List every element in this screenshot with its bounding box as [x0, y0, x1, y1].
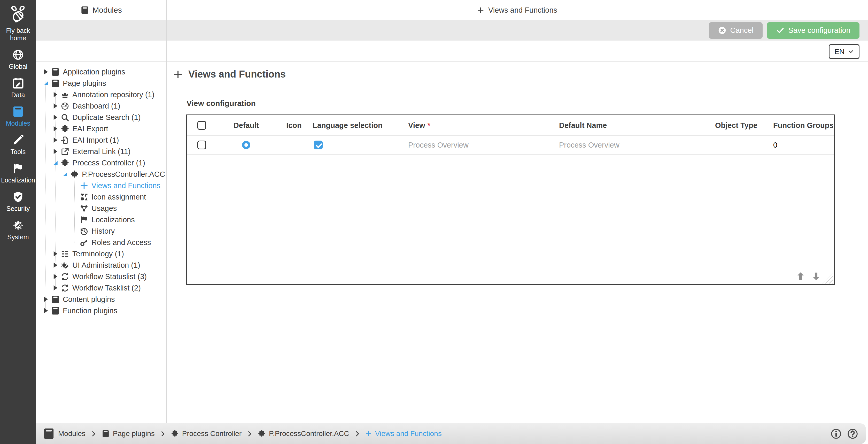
caret-collapsed-icon[interactable]: [52, 114, 59, 121]
cancel-button[interactable]: Cancel: [709, 22, 763, 39]
tree-item-icon-assignment[interactable]: Icon assignment: [36, 191, 166, 203]
globe-icon: [12, 49, 24, 61]
gauge-icon: [61, 102, 69, 110]
breadcrumb-item-views-and-functions[interactable]: Views and Functions: [366, 430, 442, 438]
breadcrumb-item-process-controller[interactable]: Process Controller: [171, 430, 242, 438]
main-sidebar: Fly back home Global Data Modules Tools …: [0, 0, 36, 444]
panel-title-label: Modules: [92, 6, 122, 14]
crown-icon: [61, 90, 69, 99]
puzzle-icon: [61, 124, 69, 133]
tree-item-workflow-tasklist[interactable]: Workflow Tasklist (2): [36, 282, 166, 294]
chevron-right-icon: [160, 431, 166, 437]
select-all-checkbox[interactable]: [197, 121, 206, 130]
plus-icon: [477, 7, 484, 14]
list-icon: [61, 250, 69, 258]
tree-item-content-plugins[interactable]: Content plugins: [36, 294, 166, 305]
table-row: Process Overview Process Overview 0: [187, 136, 834, 154]
caret-collapsed-icon[interactable]: [42, 295, 50, 303]
tree-item-workflow-statuslist[interactable]: Workflow Statuslist (3): [36, 271, 166, 282]
sidebar-home-label: Fly back home: [0, 27, 36, 42]
journal-icon: [43, 428, 55, 440]
tree-item-eai-export[interactable]: EAI Export: [36, 123, 166, 135]
chevron-down-icon: [848, 49, 854, 55]
sidebar-item-system[interactable]: System: [7, 219, 29, 241]
caret-collapsed-icon[interactable]: [52, 250, 59, 258]
application-window: Fly back home Global Data Modules Tools …: [0, 0, 868, 444]
language-value: EN: [834, 48, 844, 56]
language-selector[interactable]: EN: [829, 44, 860, 59]
row-view-value: Process Overview: [408, 136, 552, 154]
tree-item-terminology[interactable]: Terminology (1): [36, 248, 166, 260]
tree-item-usages[interactable]: Usages: [36, 203, 166, 214]
chevron-right-icon: [354, 431, 361, 437]
caret-collapsed-icon[interactable]: [42, 307, 50, 315]
sidebar-item-tools[interactable]: Tools: [10, 134, 26, 155]
tree-item-processcontroller-acc[interactable]: P.ProcessController.ACC: [36, 169, 166, 180]
caret-collapsed-icon[interactable]: [52, 148, 59, 155]
tree-item-page-plugins[interactable]: Page plugins: [36, 78, 166, 89]
caret-collapsed-icon[interactable]: [52, 136, 59, 144]
breadcrumb-item-page-plugins[interactable]: Page plugins: [102, 430, 155, 438]
tree-item-views-and-functions[interactable]: Views and Functions: [36, 180, 166, 191]
question-icon[interactable]: [847, 428, 858, 439]
caret-expanded-icon[interactable]: [61, 170, 69, 178]
history-icon: [80, 227, 88, 235]
plus-icon: [366, 431, 372, 437]
row-select-checkbox[interactable]: [197, 141, 206, 149]
workflow-icon: [61, 272, 69, 281]
caret-collapsed-icon[interactable]: [52, 91, 59, 98]
tree-item-external-link[interactable]: External Link (11): [36, 146, 166, 157]
chevron-right-icon: [247, 431, 253, 437]
journal-icon: [51, 68, 60, 76]
tree-item-ui-administration[interactable]: UI Administration (1): [36, 260, 166, 271]
gear-wrench-icon: [12, 219, 24, 231]
tree-item-roles-and-access[interactable]: Roles and Access: [36, 237, 166, 248]
caret-collapsed-icon[interactable]: [52, 273, 59, 280]
info-icon[interactable]: [831, 428, 842, 439]
row-default-name-value: Process Overview: [552, 136, 697, 154]
plugin-tree: Application plugins Page plugins Annotat…: [36, 61, 166, 423]
sidebar-item-home[interactable]: Fly back home: [0, 5, 36, 42]
caret-collapsed-icon[interactable]: [52, 261, 59, 269]
tree-item-application-plugins[interactable]: Application plugins: [36, 66, 166, 78]
sidebar-item-modules[interactable]: Modules: [6, 106, 30, 127]
caret-expanded-icon[interactable]: [42, 79, 50, 87]
table-empty-area: [187, 154, 834, 268]
tree-item-function-plugins[interactable]: Function plugins: [36, 305, 166, 316]
arrow-down-icon[interactable]: [811, 271, 821, 281]
caret-collapsed-icon[interactable]: [42, 68, 50, 76]
arrow-up-icon[interactable]: [796, 271, 805, 281]
tree-item-localizations[interactable]: Localizations: [36, 214, 166, 225]
flag-icon: [12, 162, 24, 174]
caret-collapsed-icon[interactable]: [52, 102, 59, 110]
row-object-type-value: [697, 136, 762, 154]
bee-icon: [8, 5, 28, 24]
language-selection-checkbox[interactable]: [314, 141, 323, 149]
sidebar-item-security[interactable]: Security: [6, 191, 30, 212]
search-icon: [61, 113, 69, 122]
breadcrumb: Modules Page plugins Process Controller …: [36, 423, 866, 444]
breadcrumb-item-processcontroller-acc[interactable]: P.ProcessController.ACC: [258, 430, 349, 438]
tree-item-history[interactable]: History: [36, 225, 166, 237]
breadcrumb-item-modules[interactable]: Modules: [43, 428, 86, 440]
tree-item-process-controller[interactable]: Process Controller (1): [36, 157, 166, 169]
tree-item-duplicate-search[interactable]: Duplicate Search (1): [36, 112, 166, 123]
plus-icon: [173, 70, 183, 79]
view-configuration-table: Default Icon Language selection View * D…: [186, 115, 835, 285]
sidebar-item-global[interactable]: Global: [9, 49, 27, 70]
save-configuration-button[interactable]: Save configuration: [767, 22, 860, 39]
row-icon-cell: [276, 136, 312, 154]
calendar-edit-icon: [12, 77, 24, 89]
tree-item-annotation-repository[interactable]: Annotation repository (1): [36, 89, 166, 100]
caret-collapsed-icon[interactable]: [52, 284, 59, 292]
tree-item-dashboard[interactable]: Dashboard (1): [36, 100, 166, 112]
flag-icon: [80, 215, 88, 224]
caret-expanded-icon[interactable]: [52, 159, 59, 167]
sidebar-item-localization[interactable]: Localization: [1, 162, 35, 184]
panel-title: Modules: [36, 0, 166, 20]
sidebar-item-data[interactable]: Data: [11, 77, 25, 99]
file-import-icon: [61, 136, 69, 145]
caret-collapsed-icon[interactable]: [52, 125, 59, 132]
tree-item-eai-import[interactable]: EAI Import (1): [36, 135, 166, 146]
default-radio[interactable]: [242, 141, 250, 149]
